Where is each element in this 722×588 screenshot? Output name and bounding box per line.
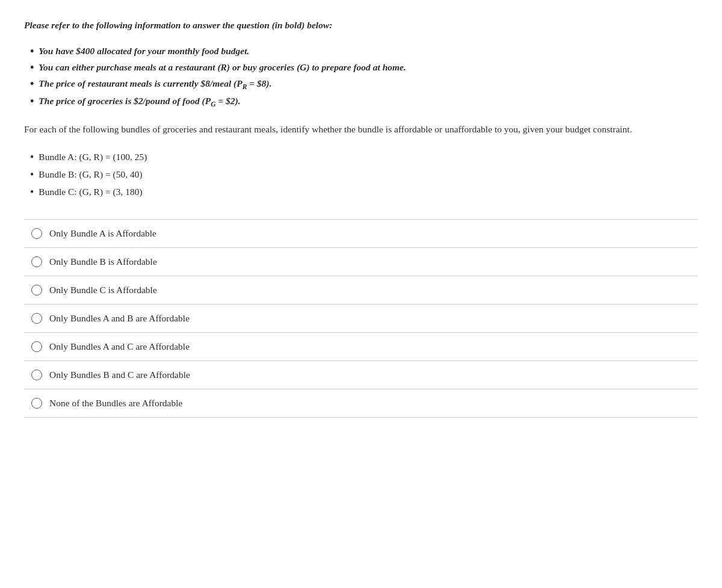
answer-options-list: Only Bundle A is Affordable Only Bundle … [24, 219, 698, 418]
option-none[interactable]: None of the Bundles are Affordable [24, 389, 698, 418]
radio-ac[interactable] [31, 341, 42, 352]
option-only-a-label: Only Bundle A is Affordable [49, 228, 156, 239]
bullet-choice: You can either purchase meals at a resta… [30, 60, 698, 76]
bundle-c: Bundle C: (G, R) = (3, 180) [30, 184, 698, 201]
radio-only-a[interactable] [31, 228, 42, 239]
radio-none[interactable] [31, 398, 42, 409]
option-ab[interactable]: Only Bundles A and B are Affordable [24, 305, 698, 333]
bullet-budget: You have $400 allocated for your monthly… [30, 43, 698, 60]
bullet-restaurant-price: The price of restaurant meals is current… [30, 76, 698, 93]
option-only-c[interactable]: Only Bundle C is Affordable [24, 276, 698, 305]
bundle-list: Bundle A: (G, R) = (100, 25) Bundle B: (… [30, 149, 698, 200]
option-bc-label: Only Bundles B and C are Affordable [49, 370, 190, 380]
radio-only-c[interactable] [31, 285, 42, 296]
option-only-a[interactable]: Only Bundle A is Affordable [24, 219, 698, 248]
page-container: Please refer to the following informatio… [24, 18, 698, 418]
intro-instruction: Please refer to the following informatio… [24, 18, 698, 32]
radio-only-b[interactable] [31, 256, 42, 267]
option-ac-label: Only Bundles A and C are Affordable [49, 341, 190, 352]
option-none-label: None of the Bundles are Affordable [49, 398, 182, 409]
bundle-b: Bundle B: (G, R) = (50, 40) [30, 166, 698, 184]
question-text: For each of the following bundles of gro… [24, 122, 698, 137]
bullet-grocery-price: The price of groceries is $2/pound of fo… [30, 93, 698, 111]
option-only-c-label: Only Bundle C is Affordable [49, 285, 157, 296]
option-ab-label: Only Bundles A and B are Affordable [49, 313, 190, 324]
option-only-b-label: Only Bundle B is Affordable [49, 256, 157, 267]
option-bc[interactable]: Only Bundles B and C are Affordable [24, 361, 698, 389]
info-bullets: You have $400 allocated for your monthly… [30, 43, 698, 111]
radio-bc[interactable] [31, 370, 42, 380]
radio-ab[interactable] [31, 313, 42, 324]
option-ac[interactable]: Only Bundles A and C are Affordable [24, 333, 698, 361]
bundle-a: Bundle A: (G, R) = (100, 25) [30, 149, 698, 166]
option-only-b[interactable]: Only Bundle B is Affordable [24, 248, 698, 276]
